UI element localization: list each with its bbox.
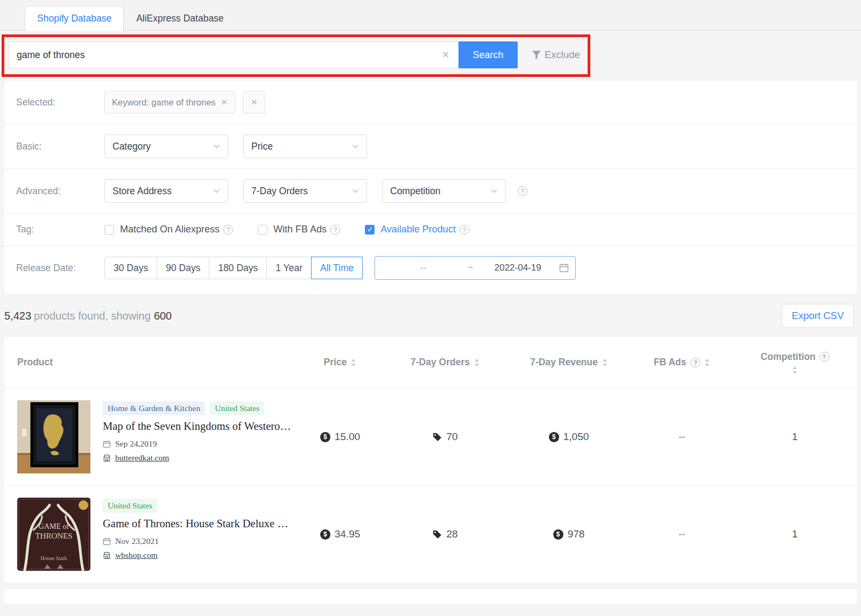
category-tag[interactable]: Home & Garden & Kitchen [103,401,205,415]
country-tag: United States [103,499,157,513]
remove-keyword-icon[interactable] [221,97,228,107]
store-address-dropdown[interactable]: Store Address [104,179,228,203]
matched-on-aliexpress-checkbox[interactable] [104,225,114,235]
help-icon[interactable] [690,358,700,367]
date-range-picker[interactable]: -- ~ 2022-04-19 [375,256,576,280]
fb-ads-cell: -- [631,528,733,540]
search-section: Search Exclude [0,31,861,81]
tag-icon [432,432,442,442]
date-from-value: -- [382,263,464,273]
store-domain-link[interactable]: wbshop.com [115,550,158,560]
search-button[interactable]: Search [458,41,518,68]
next-row-partial [4,590,857,604]
release-all-time-button[interactable]: All Time [311,257,363,279]
product-image-title-line2: THRONES [35,532,72,540]
tag-label: Tag: [4,224,104,235]
price-dropdown[interactable]: Price [243,134,367,158]
dollar-icon [320,529,330,540]
basic-label: Basic: [4,141,104,152]
exclude-label: Exclude [545,49,580,61]
keyword-filter-chip[interactable]: Keyword: game of thrones [104,91,235,114]
products-table: Product Price 7-Day Orders 7-Day Revenue… [4,337,857,583]
store-domain-link[interactable]: butteredkat.com [115,453,169,463]
table-header-row: Product Price 7-Day Orders 7-Day Revenue… [4,337,857,388]
help-icon[interactable] [460,225,469,235]
col-header-competition[interactable]: Competition [733,351,857,374]
release-180-days-button[interactable]: 180 Days [209,257,267,279]
orders-cell: 70 [383,431,507,443]
tab-label: Shopify Database [37,13,111,24]
release-date-segments: 30 Days 90 Days 180 Days 1 Year All Time [104,257,363,279]
advanced-label: Advanced: [4,186,104,197]
sort-icon [351,359,356,366]
release-date-value: Sep 24,2019 [115,439,157,449]
competition-dropdown[interactable]: Competition [382,179,506,203]
clear-all-filters-chip[interactable] [243,91,265,114]
advanced-help-icon[interactable] [518,186,527,196]
col-header-7day-orders[interactable]: 7-Day Orders [383,357,507,368]
product-image[interactable] [17,400,90,473]
release-date-label: Release Date: [4,263,104,274]
release-30-days-button[interactable]: 30 Days [104,257,157,279]
release-90-days-button[interactable]: 90 Days [157,257,209,279]
calendar-icon [103,537,111,546]
sort-icon [704,359,710,366]
matched-on-aliexpress-option: Matched On Aliexpress [104,224,233,235]
tab-aliexpress-database[interactable]: AliExpress Database [124,6,236,31]
col-header-fb-ads[interactable]: FB Ads [631,357,733,368]
product-title[interactable]: Game of Thrones: House Stark Deluxe … [103,518,288,530]
available-product-option: Available Product [365,224,469,235]
results-count: 5,423 [4,310,31,322]
release-1-year-button[interactable]: 1 Year [266,257,312,279]
price-cell: 15.00 [297,431,383,443]
calendar-icon [559,263,569,273]
database-tabbar: Shopify Database AliExpress Database [0,0,861,31]
exclude-button[interactable]: Exclude [531,49,580,61]
chevron-down-icon [213,144,220,149]
revenue-cell: 1,050 [507,431,631,443]
chevron-down-icon [352,189,359,194]
chevron-down-icon [213,189,220,194]
dollar-icon [549,432,559,442]
orders-7day-dropdown[interactable]: 7-Day Orders [243,179,367,203]
clear-all-icon[interactable] [251,97,258,107]
calendar-icon [103,440,111,448]
orders-cell: 28 [383,528,507,540]
with-fb-ads-option: With FB Ads [258,224,340,235]
release-date-row: Release Date: 30 Days 90 Days 180 Days 1… [4,246,857,294]
advanced-filters-row: Advanced: Store Address 7-Day Orders Com… [4,169,857,214]
store-icon [103,551,111,560]
search-input[interactable] [9,41,458,68]
revenue-cell: 978 [507,528,631,540]
export-csv-button[interactable]: Export CSV [782,304,853,328]
results-text: products found, showing [34,310,151,322]
category-dropdown[interactable]: Category [104,134,228,158]
sort-icon [792,366,798,374]
available-product-checkbox[interactable] [365,225,375,235]
checkbox-label[interactable]: Matched On Aliexpress [120,224,220,235]
fb-ads-cell: -- [631,431,733,443]
clear-search-icon[interactable] [439,48,452,61]
help-icon[interactable] [820,352,829,362]
product-title[interactable]: Map of the Seven Kingdoms of Westero… [103,420,291,433]
help-icon[interactable] [330,225,340,235]
help-icon[interactable] [223,225,233,235]
tag-icon [432,529,442,539]
with-fb-ads-checkbox[interactable] [258,225,267,235]
table-row: GAME of THRONES House Stark United State… [4,486,857,583]
country-tag: United States [210,401,264,415]
col-header-price[interactable]: Price [297,357,383,368]
tab-shopify-database[interactable]: Shopify Database [25,6,124,31]
filter-panel: Selected: Keyword: game of thrones Basic… [4,81,857,294]
checkbox-label[interactable]: Available Product [380,224,456,235]
date-to-value: 2022-04-19 [476,263,559,273]
competition-cell: 1 [733,528,857,540]
store-icon [103,454,111,462]
release-date-value: Nov 23,2021 [115,536,159,546]
col-header-7day-revenue[interactable]: 7-Day Revenue [507,357,631,368]
selected-label: Selected: [4,97,104,108]
product-image[interactable]: GAME of THRONES House Stark [17,498,90,571]
product-image-title-line1: GAME of [39,522,69,530]
checkbox-label[interactable]: With FB Ads [273,224,327,235]
price-cell: 34.95 [297,528,383,540]
